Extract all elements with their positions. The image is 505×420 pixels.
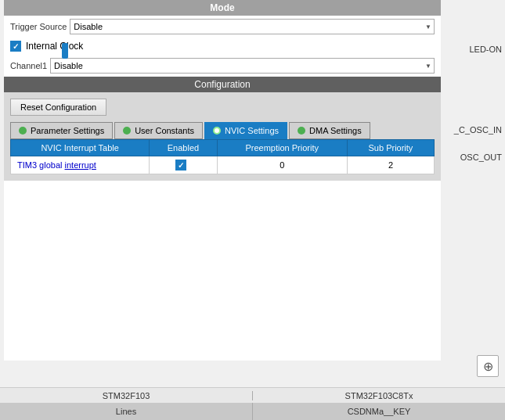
th-sub-priority: Sub Priority bbox=[347, 140, 434, 156]
osc-in-label: _C_OSC_IN bbox=[451, 124, 505, 136]
nvic-row-sub-priority[interactable]: 2 bbox=[347, 156, 434, 174]
config-body: Reset Configuration Parameter Settings U… bbox=[4, 92, 441, 181]
config-title: Configuration bbox=[194, 79, 250, 90]
mode-header: Mode bbox=[4, 0, 441, 16]
tab-dma-settings[interactable]: DMA Settings bbox=[289, 122, 370, 139]
mode-title: Mode bbox=[210, 2, 234, 13]
trigger-row: Trigger Source Disable bbox=[4, 16, 441, 38]
nvic-row-name: TIM3 global interrupt bbox=[11, 156, 150, 174]
led-on-label: LED-ON bbox=[466, 43, 505, 56]
channel-wrapper: Disable bbox=[50, 58, 435, 74]
tab-dot-user bbox=[123, 127, 131, 135]
reset-config-button[interactable]: Reset Configuration bbox=[10, 99, 106, 116]
status-csdn-text: CSDN bbox=[348, 407, 372, 416]
osc-out-label: OSC_OUT bbox=[457, 151, 505, 163]
tab-user-constants[interactable]: User Constants bbox=[114, 122, 203, 139]
zoom-button[interactable]: ⊕ bbox=[477, 355, 499, 377]
status-lines: Lines bbox=[0, 403, 253, 420]
nvic-enabled-checkbox[interactable] bbox=[175, 160, 186, 171]
nvic-table: NVIC Interrupt Table Enabled Preemption … bbox=[10, 139, 435, 174]
tab-label-parameter: Parameter Settings bbox=[31, 126, 104, 135]
internal-clock-label: Internal Clock bbox=[26, 41, 83, 52]
channel-row: Channel1 Disable bbox=[4, 55, 441, 77]
trigger-source-wrapper: Disable bbox=[70, 19, 435, 34]
tab-label-user: User Constants bbox=[135, 126, 194, 135]
status-bar: Lines CSDN Ma__KEY bbox=[0, 403, 505, 420]
preemption-value: 0 bbox=[280, 160, 284, 170]
internal-clock-row: Internal Clock bbox=[4, 38, 441, 55]
config-header: Configuration bbox=[4, 77, 441, 92]
th-preemption: Preemption Priority bbox=[217, 140, 347, 156]
internal-clock-checkbox[interactable] bbox=[10, 41, 21, 52]
content-area bbox=[4, 181, 441, 361]
main-panel: Mode Trigger Source Disable Internal Clo… bbox=[4, 0, 441, 361]
trigger-label: Trigger Source bbox=[10, 22, 67, 31]
status-ma-key-text: Ma__KEY bbox=[372, 407, 411, 416]
nvic-row-preemption[interactable]: 0 bbox=[217, 156, 347, 174]
nvic-row-enabled bbox=[150, 156, 217, 174]
tab-label-dma: DMA Settings bbox=[309, 126, 362, 135]
trigger-source-select[interactable]: Disable bbox=[70, 19, 435, 34]
bottom-right-info: STM32F103C8Tx bbox=[253, 391, 505, 400]
status-csdn: CSDN Ma__KEY bbox=[253, 403, 505, 420]
main-container: Mode Trigger Source Disable Internal Clo… bbox=[0, 0, 505, 420]
table-row: TIM3 global interrupt 0 2 bbox=[11, 156, 435, 174]
tab-dot-parameter bbox=[19, 127, 27, 135]
scrollbar-thumb[interactable] bbox=[62, 43, 68, 59]
tab-label-nvic: NVIC Settings bbox=[225, 126, 279, 135]
tab-dot-dma bbox=[298, 127, 305, 135]
tab-dot-nvic bbox=[213, 127, 221, 135]
tab-parameter-settings[interactable]: Parameter Settings bbox=[10, 122, 113, 139]
tab-nvic-settings[interactable]: NVIC Settings bbox=[204, 122, 287, 139]
th-enabled: Enabled bbox=[150, 140, 217, 156]
tabs-row: Parameter Settings User Constants NVIC S… bbox=[10, 122, 435, 139]
nvic-interrupt-link[interactable]: interrupt bbox=[65, 160, 96, 170]
sub-priority-value: 2 bbox=[388, 160, 393, 170]
channel-select[interactable]: Disable bbox=[50, 58, 435, 74]
bottom-info-bar: STM32F103 STM32F103C8Tx bbox=[0, 387, 505, 403]
th-nvic-name: NVIC Interrupt Table bbox=[11, 140, 150, 156]
channel-label: Channel1 bbox=[10, 61, 47, 70]
bottom-left-info: STM32F103 bbox=[0, 391, 253, 400]
